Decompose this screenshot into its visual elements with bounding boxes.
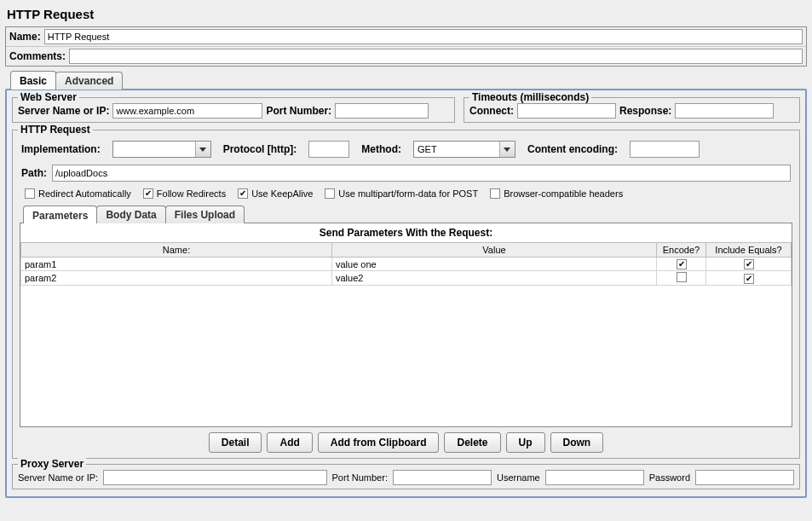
- parameters-title: Send Parameters With the Request:: [20, 223, 792, 242]
- col-include-equals[interactable]: Include Equals?: [706, 243, 792, 258]
- proxy-server-title: Proxy Server: [18, 458, 86, 470]
- implementation-dropdown-button[interactable]: [195, 142, 210, 157]
- proxy-user-label: Username: [497, 472, 540, 483]
- name-comments-box: Name: Comments:: [5, 26, 807, 67]
- parameters-button-row: Detail Add Add from Clipboard Delete Up …: [18, 427, 794, 454]
- col-value[interactable]: Value: [332, 243, 657, 258]
- outer-tab-strip: Basic Advanced: [5, 72, 807, 90]
- implementation-label: Implementation:: [21, 143, 101, 155]
- inner-tab-strip: Parameters Body Data Files Upload: [18, 206, 794, 223]
- name-label: Name:: [9, 31, 41, 43]
- tab-content: Web Server Server Name or IP: Port Numbe…: [5, 89, 807, 498]
- method-dropdown-button[interactable]: [499, 142, 515, 157]
- checkbox-icon: [490, 188, 500, 199]
- cell-value[interactable]: value2: [332, 271, 657, 286]
- col-name[interactable]: Name:: [21, 243, 332, 258]
- col-encode[interactable]: Encode?: [657, 243, 706, 258]
- table-empty-area: [20, 286, 792, 426]
- checkbox-icon: ✔: [677, 259, 687, 269]
- cell-include-equals[interactable]: ✔: [706, 271, 792, 286]
- tab-basic[interactable]: Basic: [10, 71, 56, 90]
- implementation-value: [113, 142, 195, 157]
- multipart-checkbox[interactable]: Use multipart/form-data for POST: [325, 188, 478, 199]
- implementation-select[interactable]: [112, 141, 211, 158]
- proxy-port-label: Port Number:: [332, 472, 388, 483]
- follow-redirects-label: Follow Redirects: [157, 188, 226, 199]
- checkbox-icon: ✔: [744, 259, 754, 269]
- redirect-auto-label: Redirect Automatically: [38, 188, 131, 199]
- table-row[interactable]: param1value one✔✔: [21, 258, 792, 271]
- chevron-down-icon: [199, 148, 206, 152]
- checkbox-icon: ✔: [143, 188, 153, 199]
- follow-redirects-checkbox[interactable]: ✔ Follow Redirects: [143, 188, 226, 199]
- add-from-clipboard-button[interactable]: Add from Clipboard: [318, 432, 440, 453]
- comments-label: Comments:: [9, 50, 66, 62]
- use-keepalive-checkbox[interactable]: ✔ Use KeepAlive: [238, 188, 313, 199]
- tab-advanced[interactable]: Advanced: [55, 72, 123, 90]
- proxy-server-group: Proxy Server Server Name or IP: Port Num…: [12, 464, 800, 489]
- cell-encode[interactable]: ✔: [657, 258, 706, 271]
- checkbox-icon: ✔: [238, 188, 248, 199]
- method-value: GET: [414, 142, 499, 157]
- http-request-group: HTTP Request Implementation: Protocol [h…: [12, 130, 800, 459]
- use-keepalive-label: Use KeepAlive: [251, 188, 313, 199]
- method-label: Method:: [361, 143, 401, 155]
- name-input[interactable]: [44, 29, 803, 44]
- proxy-password-input[interactable]: [695, 470, 794, 485]
- response-input[interactable]: [675, 103, 774, 119]
- connect-label: Connect:: [469, 105, 514, 117]
- multipart-label: Use multipart/form-data for POST: [338, 188, 478, 199]
- proxy-port-input[interactable]: [393, 470, 492, 485]
- protocol-input[interactable]: [308, 141, 349, 158]
- cell-value[interactable]: value one: [332, 258, 657, 271]
- chevron-down-icon: [504, 148, 510, 152]
- port-label: Port Number:: [266, 105, 331, 117]
- content-encoding-label: Content encoding:: [527, 143, 618, 155]
- redirect-auto-checkbox[interactable]: Redirect Automatically: [25, 188, 131, 199]
- proxy-server-label: Server Name or IP:: [18, 472, 98, 483]
- http-request-title: HTTP Request: [18, 124, 93, 136]
- cell-include-equals[interactable]: ✔: [706, 258, 792, 271]
- cell-name[interactable]: param2: [21, 271, 332, 286]
- comments-input[interactable]: [69, 49, 803, 64]
- timeouts-group: Timeouts (milliseconds) Connect: Respons…: [464, 97, 800, 123]
- checkbox-icon: ✔: [744, 274, 754, 284]
- proxy-user-input[interactable]: [545, 470, 644, 485]
- parameters-table[interactable]: Name: Value Encode? Include Equals? para…: [20, 242, 792, 286]
- delete-button[interactable]: Delete: [444, 432, 500, 453]
- port-input[interactable]: [335, 103, 429, 119]
- browser-compat-label: Browser-compatible headers: [504, 188, 623, 199]
- web-server-group: Web Server Server Name or IP: Port Numbe…: [12, 97, 455, 123]
- cell-encode[interactable]: [657, 271, 706, 286]
- protocol-label: Protocol [http]:: [223, 143, 297, 155]
- path-label: Path:: [21, 167, 47, 179]
- response-label: Response:: [619, 105, 671, 117]
- cell-name[interactable]: param1: [21, 258, 332, 271]
- tab-files-upload[interactable]: Files Upload: [165, 206, 245, 223]
- method-select[interactable]: GET: [413, 141, 515, 158]
- timeouts-title: Timeouts (milliseconds): [469, 91, 591, 103]
- browser-compat-checkbox[interactable]: Browser-compatible headers: [490, 188, 623, 199]
- proxy-password-label: Password: [649, 472, 690, 483]
- server-name-label: Server Name or IP:: [18, 105, 109, 117]
- web-server-title: Web Server: [18, 91, 79, 103]
- detail-button[interactable]: Detail: [209, 432, 262, 453]
- proxy-server-input[interactable]: [103, 470, 326, 485]
- down-button[interactable]: Down: [550, 432, 604, 453]
- connect-input[interactable]: [517, 103, 616, 119]
- checkbox-icon: [325, 188, 335, 199]
- checkbox-icon: [677, 272, 687, 282]
- up-button[interactable]: Up: [506, 432, 545, 453]
- checkbox-row: Redirect Automatically ✔ Follow Redirect…: [18, 187, 794, 204]
- add-button[interactable]: Add: [267, 432, 312, 453]
- checkbox-icon: [25, 188, 35, 199]
- tab-body-data[interactable]: Body Data: [96, 206, 165, 223]
- path-input[interactable]: [52, 165, 791, 182]
- parameters-panel: Send Parameters With the Request: Name: …: [20, 223, 792, 427]
- tab-parameters[interactable]: Parameters: [23, 206, 97, 223]
- page-title: HTTP Request: [5, 3, 807, 26]
- table-row[interactable]: param2value2✔: [21, 271, 792, 286]
- content-encoding-input[interactable]: [630, 141, 700, 158]
- server-name-input[interactable]: [112, 103, 262, 119]
